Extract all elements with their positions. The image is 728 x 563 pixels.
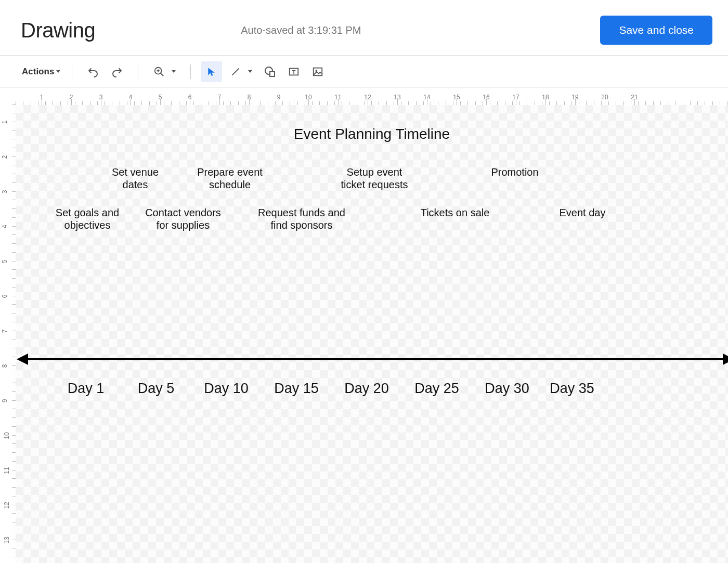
timeline-label: Set venue dates	[112, 166, 159, 191]
canvas-title-text: Event Planning Timeline	[294, 126, 450, 142]
textbox-tool-button[interactable]: T	[283, 61, 304, 82]
dialog-header: Drawing Auto-saved at 3:19:31 PM Save an…	[0, 0, 728, 56]
timeline-label: Contact vendors for supplies	[145, 206, 221, 231]
line-icon	[230, 66, 241, 77]
save-and-close-button[interactable]: Save and close	[600, 16, 712, 45]
toolbar: Actions T	[0, 56, 728, 88]
day-label: Day 10	[204, 381, 249, 397]
timeline-label: Prepare event schedule	[197, 166, 263, 191]
zoom-icon	[153, 66, 165, 77]
svg-rect-6	[270, 72, 275, 76]
timeline-label: Promotion	[491, 166, 538, 178]
day-label: Day 5	[138, 381, 175, 397]
day-label: Day 1	[68, 381, 105, 397]
vertical-ruler: 12345678910111213	[0, 104, 16, 563]
undo-button[interactable]	[83, 61, 103, 82]
autosave-status: Auto-saved at 3:19:31 PM	[241, 24, 361, 36]
separator	[190, 64, 191, 79]
shape-icon	[264, 66, 276, 78]
svg-line-4	[232, 68, 239, 75]
arrow-right-icon	[723, 353, 728, 365]
textbox-icon: T	[288, 66, 300, 77]
svg-text:T: T	[292, 69, 296, 75]
actions-menu-button[interactable]: Actions	[18, 63, 64, 80]
timeline-label: Request funds and find sponsors	[258, 206, 345, 231]
redo-button[interactable]	[107, 61, 127, 82]
day-label: Day 30	[485, 381, 529, 397]
timeline-label: Event day	[560, 206, 606, 219]
horizontal-ruler: 123456789101112131415161718192021	[16, 93, 728, 105]
timeline-label: Tickets on sale	[421, 206, 490, 219]
day-label: Day 25	[414, 381, 459, 397]
redo-icon	[111, 66, 123, 78]
dropdown-icon[interactable]	[172, 70, 176, 73]
image-icon	[312, 66, 323, 77]
day-label: Day 20	[344, 381, 389, 397]
timeline-arrow	[26, 358, 726, 360]
line-tool-button[interactable]	[225, 61, 246, 82]
actions-label: Actions	[22, 67, 54, 77]
timeline-label: Set goals and objectives	[56, 206, 119, 231]
select-tool-button[interactable]	[201, 61, 222, 82]
image-tool-button[interactable]	[307, 61, 328, 82]
day-label: Day 35	[550, 381, 594, 397]
day-label: Day 15	[274, 381, 319, 397]
dialog-title: Drawing	[21, 19, 95, 42]
svg-line-1	[161, 73, 164, 76]
shape-tool-button[interactable]	[259, 61, 280, 82]
timeline-label: Setup event ticket requests	[341, 166, 408, 191]
dropdown-icon[interactable]	[248, 70, 252, 73]
drawing-canvas[interactable]: Event Planning Timeline Set venue dates …	[16, 105, 728, 563]
cursor-icon	[206, 67, 217, 77]
dropdown-icon	[56, 70, 60, 73]
undo-icon	[87, 66, 99, 78]
separator	[138, 64, 138, 79]
zoom-button[interactable]	[149, 61, 170, 82]
separator	[72, 64, 72, 79]
